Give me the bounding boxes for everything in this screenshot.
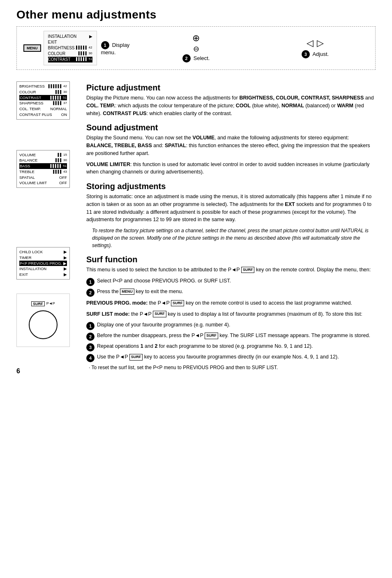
surf-list-step-3: 3 Repeat operations 1 and 2 for each pro… (86, 342, 376, 351)
instr-step-1-label: 1 Display menu. (101, 41, 131, 55)
surf-intro: This menu is used to select the function… (86, 266, 376, 274)
picture-body: Display the Picture menu. You can now ac… (86, 94, 376, 117)
surf-icon-area: SURF P◄P (16, 294, 70, 347)
surf-list-step-num-4: 4 (86, 354, 95, 362)
adjust-right-icon: ▷ (317, 38, 324, 49)
adjust-left-icon: ◁ (307, 38, 314, 49)
select-icon: ⊕ (192, 34, 200, 43)
reset-note: To reset the surf list, set the P<P menu… (89, 364, 376, 371)
surf-list-step-2-text: Before the number disappears, press the … (97, 332, 370, 341)
storing-heading: Storing adjustments (86, 182, 376, 191)
surf-list-step-1: 1 Display one of your favourite programm… (86, 321, 376, 330)
step-num-3: 3 (302, 50, 310, 58)
picture-heading: Picture adjustment (86, 83, 376, 92)
page-number: 6 (16, 368, 82, 375)
sound-section: Sound adjustment Display the Sound menu.… (86, 123, 376, 176)
surf-list-step-4-text: Use the P◄P SURF key to access you favou… (97, 353, 339, 362)
surf-step-1: 1 Select P<P and choose PREVIOUS PROG. o… (86, 277, 376, 286)
select-icon-2: ⊖ (193, 45, 199, 53)
surf-step-2: 2 Press the MENU key to exit the menu. (86, 288, 376, 297)
surf-list-step-3-text: Repeat operations 1 and 2 for each progr… (97, 342, 313, 351)
page-title: Other menu adjustments (16, 8, 376, 21)
step-num-2: 2 (182, 54, 191, 62)
instr-step-2: ⊕ ⊖ 2 Select. (143, 34, 249, 62)
surf-badge-step4: SURF (129, 354, 143, 361)
instr-step-1: MENU INSTALLATION ▶ EXIT BRIGHTNESS ▌▌▌▌… (23, 31, 130, 65)
right-column: Picture adjustment Display the Picture m… (86, 77, 376, 375)
surf-circle-icon (29, 310, 58, 339)
picture-section: Picture adjustment Display the Picture m… (86, 83, 376, 117)
storing-section: Storing adjustments Storing is automatic… (86, 182, 376, 249)
surf-step-num-1: 1 (86, 278, 95, 286)
menu-badge: MENU (120, 289, 134, 295)
sound-body-2: VOLUME LIMITER: this function is used fo… (86, 161, 376, 176)
surf-heading: Surf function (86, 255, 376, 264)
surf-step-2-text: Press the MENU key to exit the menu. (97, 288, 183, 297)
surf-list-step-1-text: Display one of your favourite programmes… (97, 321, 230, 330)
pap-label: P◄P (46, 301, 55, 306)
surf-list-step-num-1: 1 (86, 322, 95, 330)
instr-step-3-label: 3 Adjust. (302, 50, 329, 58)
surf-list-step-num-2: 2 (86, 333, 95, 341)
picture-menu-box: BRIGHTNESS▌▌▌▌▌▌ 42 COLOUR▌▌▌ 30 CONTRAS… (16, 81, 70, 120)
surf-badge-list: SURF (153, 311, 166, 317)
storing-body: Storing is automatic: once an adjustment… (86, 193, 376, 224)
surf-label-row: SURF P◄P (31, 301, 55, 306)
surf-step-1-text: Select P<P and choose PREVIOUS PROG. or … (97, 277, 231, 286)
step-num-1: 1 (101, 41, 109, 49)
surf-badge-step2: SURF (205, 333, 218, 339)
instruction-row: MENU INSTALLATION ▶ EXIT BRIGHTNESS ▌▌▌▌… (16, 26, 376, 70)
surf-badge-intro: SURF (241, 267, 255, 273)
storing-italic-note: To restore the factory picture settings … (92, 227, 376, 249)
menu-button-icon: MENU (23, 44, 41, 52)
instr-step-2-label: 2 Select. (182, 54, 210, 62)
surf-list-step-2: 2 Before the number disappears, press th… (86, 332, 376, 341)
surf-list-step-num-3: 3 (86, 343, 95, 351)
prev-mode-text: PREVIOUS PROG. mode: the P◄P SURF key on… (86, 299, 376, 307)
menu-popup: INSTALLATION ▶ EXIT BRIGHTNESS ▌▌▌▌▌ 42 … (44, 31, 97, 65)
other-menu-box: CHILD LOCK▶ TIMER▶ P<P PREVIOUS PROG.▶ I… (16, 247, 70, 280)
instr-step-3: ◁ ▷ 3 Adjust. (262, 38, 369, 58)
sound-menu-box: VOLUME▌▌ 15 BALANCE▌▌▌ 30 BASS▌▌▌▌▌ 51 T… (16, 150, 70, 188)
surf-list-text: SURF LIST mode: the P◄P SURF key is used… (86, 310, 376, 318)
surf-badge-prev: SURF (171, 300, 184, 307)
surf-list-step-4: 4 Use the P◄P SURF key to access you fav… (86, 353, 376, 362)
surf-section: Surf function This menu is used to selec… (86, 255, 376, 371)
surf-badge-icon: SURF (31, 301, 45, 306)
left-column: BRIGHTNESS▌▌▌▌▌▌ 42 COLOUR▌▌▌ 30 CONTRAS… (16, 77, 86, 375)
sound-heading: Sound adjustment (86, 123, 376, 132)
main-layout: BRIGHTNESS▌▌▌▌▌▌ 42 COLOUR▌▌▌ 30 CONTRAS… (16, 77, 376, 375)
surf-step-num-2: 2 (86, 289, 95, 297)
sound-body-1: Display the Sound menu. You can now set … (86, 134, 376, 157)
